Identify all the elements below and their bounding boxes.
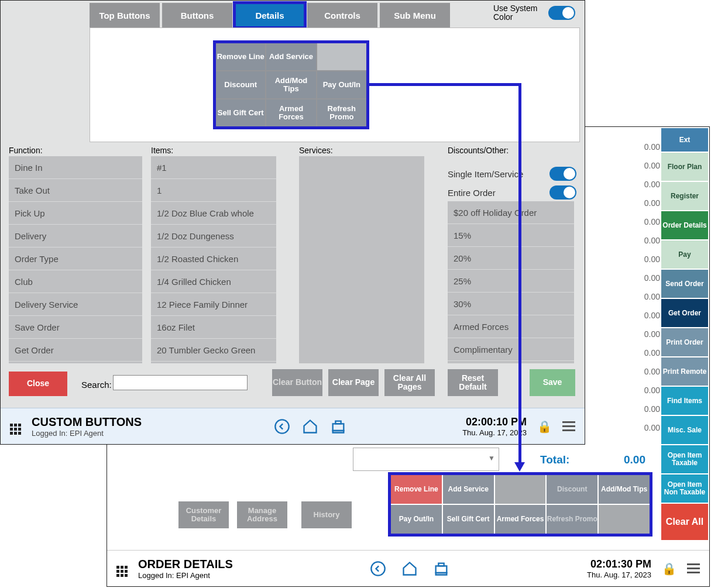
tab-top-buttons[interactable]: Top Buttons (90, 3, 160, 27)
rail-get-order[interactable]: Get Order (661, 299, 708, 327)
clear-all-pages-button[interactable]: Clear All Pages (384, 369, 435, 396)
back-icon[interactable] (274, 418, 290, 435)
clear-page-button[interactable]: Clear Page (328, 369, 379, 396)
list-item[interactable]: 12 Piece Family Dinner (151, 293, 276, 316)
list-item[interactable]: Order Type (9, 247, 142, 270)
list-item[interactable]: Get Order (9, 339, 142, 362)
money-row: 0.00 (619, 156, 660, 175)
tab-details[interactable]: Details (235, 3, 305, 27)
list-item[interactable]: Pick Up (9, 202, 142, 225)
refresh-promo-button[interactable]: Refresh Promo (547, 505, 597, 534)
services-list[interactable] (299, 156, 424, 363)
list-item[interactable]: Delivery Service (9, 293, 142, 316)
list-item[interactable]: 20 Tumbler Gecko Green (151, 339, 276, 362)
list-item[interactable]: Club (9, 270, 142, 293)
grid-sell-gift-cert[interactable]: Sell Gift Cert (216, 99, 265, 126)
rail-send-order[interactable]: Send Order (661, 270, 708, 298)
list-item[interactable]: Complimentary (448, 338, 574, 361)
list-item[interactable]: 15% (448, 224, 574, 247)
tab-controls[interactable]: Controls (307, 3, 377, 27)
rail-clear-all[interactable]: Clear All (661, 504, 708, 540)
rail-misc-sale[interactable]: Misc. Sale (661, 416, 708, 444)
list-item[interactable]: $20 off Holiday Order (448, 201, 574, 224)
grid-empty[interactable] (317, 43, 366, 70)
svg-rect-2 (439, 563, 444, 566)
sell-gift-cert-button[interactable]: Sell Gift Cert (443, 505, 494, 534)
grid-pay-out-in[interactable]: Pay Out/In (317, 71, 366, 98)
empty-cell (495, 475, 546, 504)
screen-title: CUSTOM BUTTONS (32, 415, 142, 429)
list-item[interactable]: 25% (448, 270, 574, 293)
discount-button[interactable]: Discount (547, 475, 597, 504)
list-item[interactable]: #1 (151, 156, 276, 179)
apps-icon[interactable] (10, 418, 21, 435)
register-icon[interactable] (433, 561, 449, 577)
tab-sub-menu[interactable]: Sub Menu (380, 3, 450, 27)
rail-open-item-taxable[interactable]: Open Item Taxable (661, 445, 708, 473)
list-item[interactable]: 1/4 Grilled Chicken (151, 270, 276, 293)
list-item[interactable]: 16oz Filet (151, 316, 276, 339)
list-item[interactable]: Save Order (9, 316, 142, 339)
add-mod-tips-button[interactable]: Add/Mod Tips (599, 475, 650, 504)
list-item[interactable]: Dine In (9, 156, 142, 179)
customer-details-button[interactable]: Customer Details (178, 501, 229, 528)
grid-add-mod-tips[interactable]: Add/Mod Tips (266, 71, 315, 98)
rail-order-details[interactable]: Order Details (661, 211, 708, 239)
list-item[interactable]: 1/2 Doz Dungeness (151, 225, 276, 247)
list-item[interactable]: 1/2 Roasted Chicken (151, 247, 276, 270)
grid-armed-forces[interactable]: Armed Forces (266, 99, 315, 126)
lock-icon[interactable]: 🔒 (537, 419, 552, 434)
list-item[interactable]: 1/2 Doz Blue Crab whole (151, 202, 276, 225)
pay-out-in-button[interactable]: Pay Out/In (391, 505, 442, 534)
discounts-label: Discounts/Other: (448, 146, 509, 155)
close-button[interactable]: Close (9, 372, 67, 396)
grid-remove-line[interactable]: Remove Line (216, 43, 265, 70)
reset-default-button[interactable]: Reset Default (448, 369, 498, 396)
menu-icon[interactable] (687, 563, 700, 573)
register-icon[interactable] (330, 418, 346, 435)
rail-register[interactable]: Register (661, 182, 708, 210)
single-item-toggle[interactable] (549, 167, 576, 181)
tab-buttons[interactable]: Buttons (162, 3, 232, 27)
apps-icon[interactable] (116, 561, 128, 577)
rail-ext[interactable]: Ext (661, 128, 708, 152)
add-service-button[interactable]: Add Service (443, 475, 494, 504)
grid-add-service[interactable]: Add Service (266, 43, 315, 70)
grid-discount[interactable]: Discount (216, 71, 265, 98)
grid-refresh-promo[interactable]: Refresh Promo (317, 99, 366, 126)
home-icon[interactable] (401, 561, 418, 577)
clear-button-button[interactable]: Clear Button (272, 369, 322, 396)
svg-point-3 (275, 419, 288, 433)
remove-line-button[interactable]: Remove Line (391, 475, 442, 504)
money-row: 0.00 (619, 343, 660, 362)
list-item[interactable]: 1 (151, 179, 276, 202)
armed-forces-button[interactable]: Armed Forces (495, 505, 546, 534)
rail-print-remote[interactable]: Print Remote (661, 357, 708, 386)
rail-floor-plan[interactable]: Floor Plan (661, 153, 708, 181)
list-item[interactable]: Delivery (9, 225, 142, 247)
rail-print-order[interactable]: Print Order (661, 328, 708, 356)
menu-icon[interactable] (562, 421, 575, 431)
lock-icon[interactable]: 🔒 (662, 562, 676, 576)
rail-find-items[interactable]: Find Items (661, 387, 708, 415)
entire-order-toggle[interactable] (549, 185, 576, 200)
manage-address-button[interactable]: Manage Address (237, 501, 287, 528)
use-system-color-toggle[interactable] (548, 6, 575, 20)
items-list[interactable]: #1 1 1/2 Doz Blue Crab whole 1/2 Doz Dun… (151, 156, 276, 363)
function-list[interactable]: Dine In Take Out Pick Up Delivery Order … (9, 156, 142, 363)
detail-button-grid: Remove Line Add Service Discount Add/Mod… (213, 40, 369, 129)
rail-pay[interactable]: Pay (661, 240, 708, 269)
discounts-list[interactable]: $20 off Holiday Order 15% 20% 25% 30% Ar… (448, 201, 574, 363)
list-item[interactable]: 20% (448, 247, 574, 270)
list-item[interactable]: Armed Forces (448, 315, 574, 338)
order-input[interactable] (353, 448, 499, 471)
list-item[interactable]: Take Out (9, 179, 142, 202)
home-icon[interactable] (302, 418, 318, 435)
history-button[interactable]: History (301, 501, 352, 528)
money-row: 0.00 (619, 212, 660, 231)
search-input[interactable] (113, 375, 248, 390)
back-icon[interactable] (370, 561, 386, 577)
save-button[interactable]: Save (530, 369, 575, 396)
rail-open-item-non-taxable[interactable]: Open Item Non Taxable (661, 474, 708, 503)
list-item[interactable]: 30% (448, 293, 574, 315)
